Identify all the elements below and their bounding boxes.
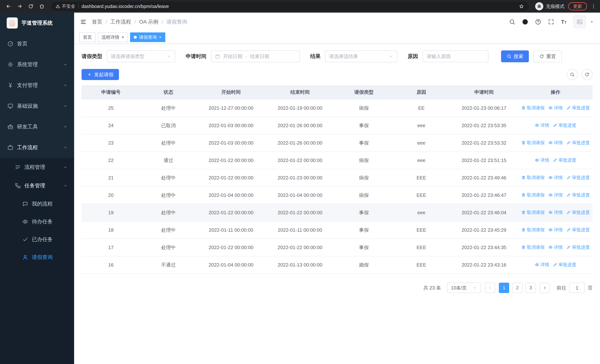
browser-home-button[interactable] [37, 1, 47, 11]
action-cancel-link[interactable]: 取消请假 [521, 192, 544, 198]
action-cancel-link[interactable]: 取消请假 [521, 140, 544, 146]
tag-home[interactable]: 首页 [79, 32, 96, 42]
action-detail-link[interactable]: 详情 [548, 105, 563, 111]
col-end-time: 结束时间 [265, 85, 335, 99]
pagination-total: 共 23 条 [423, 285, 441, 291]
close-tab-icon[interactable]: × [122, 35, 124, 39]
result-select[interactable]: 请选择流结果 [325, 50, 397, 62]
action-progress-link[interactable]: 审批进度 [566, 105, 590, 111]
action-detail-link[interactable]: 详情 [535, 157, 549, 163]
action-cancel-link[interactable]: 取消请假 [521, 227, 544, 233]
browser-menu-icon[interactable] [591, 3, 596, 9]
tag-process-detail[interactable]: 流程详情 × [98, 32, 128, 42]
table-row[interactable]: 19 处理中 2022-01-22 00:00:00 2022-01-22 00… [82, 204, 593, 221]
action-cancel-link[interactable]: 取消请假 [521, 105, 544, 111]
action-cancel-link[interactable]: 取消请假 [521, 244, 544, 250]
sidebar-item-my-processes[interactable]: 我的流程 [0, 195, 74, 213]
cell-leave-type: 病假 [335, 169, 393, 187]
github-icon[interactable] [522, 19, 528, 25]
action-progress-link[interactable]: 审批进度 [566, 175, 590, 180]
reason-input[interactable] [422, 50, 488, 62]
action-cancel-link[interactable]: 取消请假 [521, 175, 544, 180]
prev-page-button[interactable] [485, 283, 495, 293]
action-progress-link[interactable]: 审批进度 [566, 140, 590, 146]
page-button-2[interactable]: 2 [512, 283, 523, 293]
next-page-button[interactable] [540, 283, 550, 293]
action-detail-link[interactable]: 详情 [535, 122, 549, 128]
app-logo-row[interactable]: 芋道管理系统 [0, 13, 74, 33]
cell-actions: 取消请假详情审批进度 [518, 169, 593, 187]
table-row[interactable]: 17 处理中 2022-01-22 00:00:00 2022-01-22 00… [82, 239, 593, 256]
page-size-select[interactable]: 10条/页 [447, 283, 481, 293]
table-row[interactable]: 24 已取消 2022-01-03 00:00:00 2022-01-26 00… [82, 117, 593, 134]
sidebar-item-payment-management[interactable]: 支付管理 [0, 75, 74, 96]
goto-page-input[interactable] [569, 283, 585, 293]
action-progress-link[interactable]: 审批进度 [566, 192, 590, 198]
browser-reload-button[interactable] [26, 1, 36, 11]
toggle-search-button[interactable] [567, 69, 578, 80]
table-row[interactable]: 23 处理中 2022-01-03 00:00:00 2022-01-26 00… [82, 134, 593, 152]
avatar-caret-icon[interactable] [590, 20, 594, 24]
site-security-indicator[interactable]: 不安全 [56, 3, 75, 9]
refresh-table-button[interactable] [581, 69, 593, 80]
page-button-3[interactable]: 3 [525, 283, 536, 293]
apply-time-range-picker[interactable]: 开始日期 - 结束日期 [211, 50, 300, 62]
user-avatar[interactable] [573, 16, 586, 28]
table-row[interactable]: 16 不通过 2022-01-04 00:00:00 2022-01-13 00… [82, 256, 593, 274]
breadcrumb-item[interactable]: 首页 [92, 18, 102, 25]
browser-forward-button[interactable] [15, 1, 24, 11]
action-detail-link[interactable]: 详情 [548, 175, 563, 180]
chevron-down-icon [63, 165, 67, 169]
sidebar-item-dashboard[interactable]: 首页 [0, 33, 74, 54]
cell-reason: eee [393, 134, 449, 152]
sidebar-item-todo-tasks[interactable]: 待办任务 [0, 213, 74, 231]
action-progress-link[interactable]: 审批进度 [566, 209, 590, 215]
browser-back-button[interactable] [4, 1, 13, 11]
leave-table-body: 25 处理中 2021-12-27 00:00:00 2022-01-19 00… [82, 99, 593, 274]
table-row[interactable]: 21 处理中 2022-01-22 00:00:00 2022-01-23 00… [82, 169, 593, 187]
table-row[interactable]: 18 处理中 2022-01-11 00:00:00 2022-01-11 00… [82, 221, 593, 239]
sidebar-item-leave-query[interactable]: 请假查询 [0, 248, 74, 266]
action-progress-link[interactable]: 审批进度 [553, 262, 576, 268]
help-icon[interactable] [535, 19, 541, 25]
action-detail-link[interactable]: 详情 [535, 262, 549, 268]
action-progress-link[interactable]: 审批进度 [566, 244, 590, 250]
sidebar-item-process-management[interactable]: 流程管理 [0, 158, 74, 177]
pager-pages: 123 [499, 283, 536, 293]
action-progress-link[interactable]: 审批进度 [566, 227, 590, 233]
sidebar-item-dev-tools[interactable]: 研发工具 [0, 116, 74, 137]
action-progress-link[interactable]: 审批进度 [553, 157, 576, 163]
search-button[interactable]: 搜索 [501, 50, 529, 62]
sidebar-collapse-icon[interactable] [80, 19, 87, 25]
sidebar-item-task-management[interactable]: 任务管理 [0, 177, 74, 195]
sidebar-item-workflow[interactable]: 工作流程 [0, 137, 74, 158]
action-progress-link[interactable]: 审批进度 [553, 122, 576, 128]
action-detail-link[interactable]: 详情 [548, 140, 563, 146]
table-row[interactable]: 22 通过 2022-01-22 00:00:00 2022-01-22 00:… [82, 152, 593, 169]
font-size-icon[interactable]: TT [561, 19, 567, 25]
breadcrumb-item[interactable]: OA 示例 [139, 18, 159, 25]
page-button-1[interactable]: 1 [499, 283, 509, 293]
bookmark-star-icon[interactable] [519, 4, 524, 9]
close-tab-icon[interactable]: × [159, 35, 162, 39]
leave-type-select[interactable]: 请选择请假类型 [107, 50, 175, 62]
table-row[interactable]: 25 处理中 2021-12-27 00:00:00 2022-01-19 00… [82, 99, 593, 117]
action-detail-link[interactable]: 详情 [548, 244, 563, 250]
action-detail-link[interactable]: 详情 [548, 227, 563, 233]
breadcrumb-item[interactable]: 工作流程 [111, 18, 131, 25]
sidebar-item-system-management[interactable]: 系统管理 [0, 54, 74, 75]
search-icon[interactable] [509, 19, 515, 25]
action-cancel-link[interactable]: 取消请假 [521, 209, 544, 215]
tag-leave-query[interactable]: 请假查询 × [130, 32, 165, 42]
sidebar-item-infrastructure[interactable]: 基础设施 [0, 96, 74, 116]
action-detail-link[interactable]: 详情 [548, 209, 563, 215]
browser-update-button[interactable]: 更新 [568, 2, 587, 10]
table-row[interactable]: 20 处理中 2022-01-04 00:00:00 2022-01-04 00… [82, 187, 593, 204]
sidebar-item-done-tasks[interactable]: 已办任务 [0, 231, 74, 248]
reset-button[interactable]: 重置 [533, 50, 562, 62]
action-detail-link[interactable]: 详情 [548, 192, 563, 198]
address-bar[interactable]: 不安全 dashboard.yudao.iocoder.cn/bpm/oa/le… [51, 2, 528, 11]
create-leave-button[interactable]: 发起请假 [82, 69, 119, 80]
eye-icon [548, 140, 553, 145]
fullscreen-icon[interactable] [548, 19, 554, 25]
